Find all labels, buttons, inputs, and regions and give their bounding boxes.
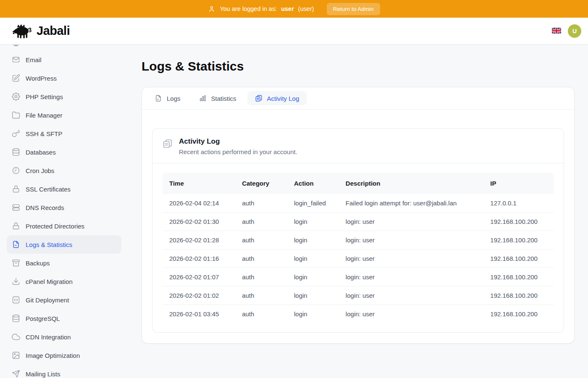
- chart-icon: [199, 94, 207, 102]
- code-icon: [12, 296, 20, 304]
- table-cell-description: login: user: [339, 249, 483, 268]
- table-cell-ip: 192.168.100.200: [483, 212, 554, 231]
- key-icon: [12, 129, 20, 138]
- file-icon: [155, 94, 162, 102]
- sidebar-item-ssl-certificates[interactable]: SSL Certificates: [7, 180, 121, 198]
- sidebar-item-label: cPanel Migration: [26, 278, 73, 285]
- table-cell-description: login: user: [339, 212, 483, 231]
- folder-icon: [12, 111, 20, 119]
- return-to-admin-button[interactable]: Return to Admin: [327, 3, 380, 15]
- table-row: 2026-02-02 01:28authloginlogin: user192.…: [163, 231, 554, 249]
- sidebar-item-label: Cron Jobs: [26, 167, 54, 174]
- table-header-row: TimeCategoryActionDescriptionIP: [163, 173, 554, 194]
- table-cell-category: auth: [235, 304, 287, 323]
- sidebar-item-file-manager[interactable]: File Manager: [7, 106, 121, 124]
- table-cell-description: login: user: [339, 268, 483, 286]
- lock-icon: [12, 185, 20, 193]
- tab-label: Logs: [167, 95, 181, 102]
- column-header-category: Category: [235, 173, 287, 194]
- table-row: 2026-02-04 02:14authlogin_failedFailed l…: [163, 194, 554, 212]
- sidebar-item-label: WordPress: [26, 75, 57, 82]
- sidebar-item-label: Logs & Statistics: [26, 241, 72, 248]
- table-cell-category: auth: [235, 231, 287, 249]
- sidebar-item-image-optimization[interactable]: Image Optimization: [7, 346, 121, 365]
- column-header-time: Time: [163, 173, 235, 194]
- sidebar-item-postgresql[interactable]: PostgreSQL: [7, 309, 121, 328]
- archive-icon: [12, 259, 20, 267]
- impersonation-banner: You are logged in as: user (user) Return…: [0, 0, 588, 18]
- sidebar-item-dns-records[interactable]: DNS Records: [7, 198, 121, 217]
- database-icon: [12, 314, 20, 323]
- table-cell-category: auth: [235, 286, 287, 304]
- table-cell-description: login: user: [339, 286, 483, 304]
- tab-statistics[interactable]: Statistics: [192, 91, 244, 105]
- table-cell-category: auth: [235, 194, 287, 212]
- tab-activity-log[interactable]: Activity Log: [247, 91, 307, 105]
- table-cell-time: 2026-02-02 01:02: [163, 286, 235, 304]
- sidebar-item-php-settings[interactable]: PHP Settings: [7, 87, 121, 106]
- user-avatar[interactable]: U: [568, 24, 581, 38]
- sidebar-item-label: Backups: [26, 260, 50, 267]
- sidebar-item-email[interactable]: Email: [7, 50, 121, 69]
- table-cell-time: 2026-02-02 01:28: [163, 231, 235, 249]
- table-cell-action: login: [287, 212, 339, 231]
- sidebar-item-label: Git Deployment: [26, 297, 69, 304]
- table-cell-description: login: user: [339, 304, 483, 323]
- sidebar-item-label: PostgreSQL: [26, 315, 60, 322]
- table-cell-time: 2026-02-02 01:30: [163, 212, 235, 231]
- table-cell-action: login: [287, 249, 339, 268]
- mail-icon: [12, 55, 20, 64]
- sidebar-item-backups[interactable]: Backups: [7, 254, 121, 272]
- clock-icon: [12, 166, 20, 175]
- sidebar-item-label: File Manager: [26, 112, 63, 119]
- sidebar-item-label: Image Optimization: [26, 352, 80, 359]
- sidebar-item-label: CDN Integration: [26, 333, 71, 341]
- clipboard-icon: [255, 94, 262, 102]
- table-cell-ip: 192.168.100.200: [483, 286, 554, 304]
- sidebar-item-partial[interactable]: [7, 45, 121, 52]
- brand-logo-link[interactable]: Jabali: [12, 23, 70, 39]
- table-cell-ip: 192.168.100.200: [483, 268, 554, 286]
- send-icon: [12, 370, 20, 378]
- table-cell-ip: 192.168.100.200: [483, 249, 554, 268]
- sidebar-item-logs-statistics[interactable]: Logs & Statistics: [7, 235, 121, 254]
- panel-subtitle: Recent actions performed in your account…: [179, 148, 297, 155]
- activity-log-panel: Activity Log Recent actions performed in…: [152, 128, 564, 333]
- column-header-ip: IP: [483, 173, 554, 194]
- edit-icon: [12, 74, 20, 82]
- language-flag-icon[interactable]: [552, 28, 561, 34]
- sidebar-item-label: Email: [26, 56, 42, 63]
- table-row: 2026-02-02 01:16authloginlogin: user192.…: [163, 249, 554, 268]
- table-cell-description: login: user: [339, 231, 483, 249]
- sidebar-item-cpanel-migration[interactable]: cPanel Migration: [7, 272, 121, 291]
- sidebar-item-cdn-integration[interactable]: CDN Integration: [7, 328, 121, 346]
- sidebar-item-git-deployment[interactable]: Git Deployment: [7, 291, 121, 309]
- boar-logo-icon: [12, 23, 33, 39]
- panel-header: Activity Log Recent actions performed in…: [152, 129, 564, 163]
- sidebar-item-protected-directories[interactable]: Protected Directories: [7, 217, 121, 235]
- sidebar-item-wordpress[interactable]: WordPress: [7, 69, 121, 87]
- table-cell-time: 2026-02-02 01:16: [163, 249, 235, 268]
- tabs-card: LogsStatisticsActivity Log Activity Log …: [142, 87, 575, 344]
- app-header: Jabali U: [0, 18, 588, 45]
- sidebar-item-label: SSL Certificates: [26, 186, 71, 193]
- table-cell-ip: 192.168.100.200: [483, 304, 554, 323]
- person-icon: [208, 5, 215, 13]
- download-icon: [12, 277, 20, 286]
- table-cell-category: auth: [235, 212, 287, 231]
- sidebar-item-cron-jobs[interactable]: Cron Jobs: [7, 161, 121, 180]
- sidebar-item-databases[interactable]: Databases: [7, 143, 121, 161]
- logged-in-username: user: [281, 5, 294, 12]
- page-title: Logs & Statistics: [142, 59, 575, 74]
- cloud-icon: [12, 333, 20, 341]
- table-cell-action: login: [287, 286, 339, 304]
- table-row: 2026-02-01 03:45authloginlogin: user192.…: [163, 304, 554, 323]
- table-cell-ip: 127.0.0.1: [483, 194, 554, 212]
- table-cell-action: login: [287, 231, 339, 249]
- sidebar-item-ssh-sftp[interactable]: SSH & SFTP: [7, 124, 121, 143]
- tab-logs[interactable]: Logs: [147, 91, 188, 105]
- sidebar-item-label: PHP Settings: [26, 93, 63, 100]
- sidebar-item-mailing-lists[interactable]: Mailing Lists: [7, 365, 121, 378]
- gear-icon: [12, 92, 20, 101]
- clipboard-icon: [163, 139, 173, 149]
